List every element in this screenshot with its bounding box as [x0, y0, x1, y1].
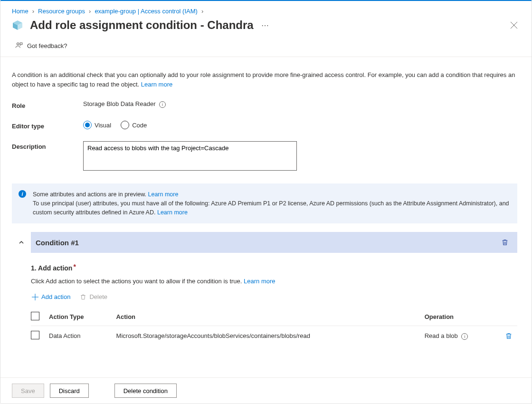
breadcrumb-sep: › [32, 8, 34, 15]
editor-type-label: Editor type [12, 121, 83, 130]
editor-type-row: Editor type Visual Code [12, 121, 517, 130]
condition-delete-button[interactable] [497, 237, 513, 248]
breadcrumb-sep: › [201, 8, 203, 15]
svg-point-5 [17, 43, 19, 45]
title-row: Add role assignment condition - Chandra … [0, 19, 532, 37]
intro-text: A condition is an additional check that … [12, 70, 517, 89]
cell-action: Microsoft.Storage/storageAccounts/blobSe… [112, 326, 420, 346]
more-actions-icon[interactable]: ⋯ [261, 21, 269, 30]
delete-condition-button[interactable]: Delete condition [114, 384, 177, 398]
info-icon: i [19, 190, 26, 198]
feedback-label: Got feedback? [27, 42, 67, 49]
feedback-icon [15, 41, 23, 50]
operation-info-icon[interactable]: i [461, 333, 468, 340]
resource-cube-icon [12, 19, 23, 31]
breadcrumb-home[interactable]: Home [12, 8, 28, 15]
breadcrumb: Home › Resource groups › example-group |… [0, 1, 532, 19]
role-value: Storage Blob Data Reader [83, 100, 155, 107]
trash-icon [80, 294, 86, 300]
editor-visual-radio[interactable]: Visual [83, 121, 111, 129]
cell-operation: Read a blob i [420, 326, 500, 346]
condition-collapse-toggle[interactable] [12, 232, 31, 253]
step1-learn-more[interactable]: Learn more [244, 278, 275, 285]
editor-code-label: Code [132, 122, 147, 129]
editor-code-radio[interactable]: Code [121, 121, 147, 129]
description-row: Description [12, 141, 517, 172]
intro-learn-more-link[interactable]: Learn more [141, 81, 172, 88]
step1-title: 1. Add action* [31, 264, 517, 272]
chevron-up-icon [19, 240, 24, 245]
condition-block: Condition #1 1. Add action* Click Add ac… [12, 232, 517, 346]
condition-title: Condition #1 [31, 239, 497, 247]
step1-help: Click Add action to select the actions y… [31, 278, 517, 285]
preview-info-banner: i Some attributes and actions are in pre… [12, 183, 517, 223]
col-action-type: Action Type [44, 308, 112, 326]
breadcrumb-resource-groups[interactable]: Resource groups [38, 8, 85, 15]
description-label: Description [12, 141, 83, 172]
condition-header: Condition #1 [12, 232, 517, 253]
banner-line2: To use principal (user) attributes, you … [33, 200, 509, 216]
condition-body: 1. Add action* Click Add action to selec… [12, 253, 517, 346]
row-checkbox[interactable] [31, 331, 39, 339]
trash-icon [505, 332, 513, 340]
select-all-checkbox[interactable] [31, 312, 39, 320]
footer-bar: Save Discard Delete condition [0, 377, 532, 404]
col-action: Action [112, 308, 420, 326]
action-buttons: Add action Delete [31, 291, 517, 302]
editor-type-radio-group: Visual Code [83, 121, 517, 129]
table-row: Data Action Microsoft.Storage/storageAcc… [31, 326, 517, 346]
row-delete-button[interactable] [500, 326, 517, 346]
banner-learn-more-1[interactable]: Learn more [148, 191, 179, 198]
cell-action-type: Data Action [44, 326, 112, 346]
description-input[interactable] [83, 141, 297, 171]
main-content: A condition is an additional check that … [0, 64, 529, 377]
delete-action-button[interactable]: Delete [79, 291, 108, 302]
breadcrumb-sep: › [89, 8, 91, 15]
role-label: Role [12, 100, 83, 109]
breadcrumb-access-control[interactable]: example-group | Access control (IAM) [95, 8, 198, 15]
plus-icon [32, 294, 38, 300]
close-button[interactable] [508, 19, 520, 31]
page-title: Add role assignment condition - Chandra [30, 19, 254, 32]
feedback-bar[interactable]: Got feedback? [0, 37, 532, 57]
trash-icon [501, 239, 509, 246]
actions-table: Action Type Action Operation Data Action… [31, 308, 517, 346]
discard-button[interactable]: Discard [50, 384, 89, 398]
role-info-icon[interactable]: i [159, 101, 166, 108]
save-button[interactable]: Save [12, 384, 44, 398]
editor-visual-label: Visual [95, 122, 111, 129]
banner-learn-more-2[interactable]: Learn more [157, 209, 188, 216]
role-row: Role Storage Blob Data Reader i [12, 100, 517, 109]
banner-line1: Some attributes and actions are in previ… [33, 191, 146, 198]
col-operation: Operation [420, 308, 500, 326]
add-action-button[interactable]: Add action [31, 291, 71, 302]
